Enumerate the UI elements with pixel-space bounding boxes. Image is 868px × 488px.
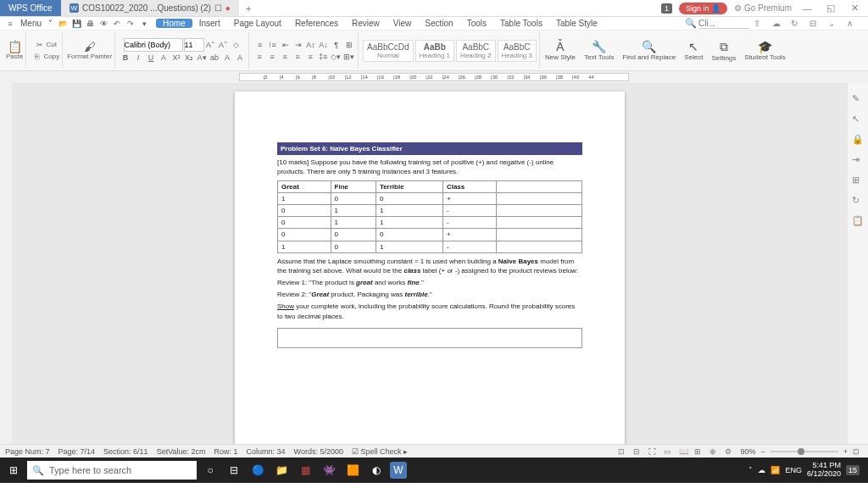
bullets-button[interactable]: ≡ bbox=[254, 39, 266, 51]
select-button[interactable]: ↖Select bbox=[681, 38, 706, 63]
shading-button[interactable]: ◇▾ bbox=[330, 51, 342, 63]
status-pagenum[interactable]: Page Num: 7 bbox=[5, 447, 50, 456]
features-icon[interactable]: ⊞ bbox=[852, 175, 864, 186]
select-tool-icon[interactable]: ↖ bbox=[852, 114, 864, 125]
tab-references[interactable]: References bbox=[288, 19, 345, 28]
view-outline-icon[interactable]: ▭ bbox=[664, 447, 674, 456]
cut-button[interactable]: ✂ bbox=[34, 39, 46, 51]
explorer-icon[interactable]: 📁 bbox=[271, 460, 292, 480]
grow-font-button[interactable]: A˄ bbox=[205, 39, 217, 51]
maximize-button[interactable]: ◱ bbox=[822, 3, 839, 14]
document-page[interactable]: Problem Set 6: Naïve Bayes Classifier [1… bbox=[235, 92, 625, 444]
view-read-icon[interactable]: 📖 bbox=[679, 447, 689, 456]
fit-icon[interactable]: ⊡ bbox=[853, 447, 863, 456]
tray-wifi-icon[interactable]: 📶 bbox=[771, 466, 780, 474]
tray-notifications-icon[interactable]: 15 bbox=[846, 465, 860, 475]
settings-button[interactable]: ⧉Settings bbox=[708, 38, 739, 64]
text-direction-button[interactable]: A↕ bbox=[305, 39, 317, 51]
table-row[interactable]: 011- bbox=[278, 204, 582, 216]
underline-button[interactable]: U bbox=[145, 52, 157, 64]
shrink-font-button[interactable]: A˅ bbox=[218, 39, 230, 51]
find-replace-button[interactable]: 🔍Find and Replace bbox=[619, 38, 679, 63]
save-icon[interactable]: 💾 bbox=[70, 18, 82, 30]
training-table[interactable]: Great Fine Terrible Class 100+ 011- 011-… bbox=[277, 180, 582, 253]
style-heading3[interactable]: AaBbCHeading 3 bbox=[498, 40, 537, 62]
ruler[interactable]: |2|4|6|8|10|12|14|16|18|20|22|24|26|28|3… bbox=[0, 71, 868, 83]
tab-insert[interactable]: Insert bbox=[192, 19, 227, 28]
collapse-chevron-icon[interactable]: ⌄ bbox=[828, 19, 840, 28]
close-button[interactable]: ✕ bbox=[846, 3, 863, 14]
text-effects-button[interactable]: A bbox=[221, 52, 233, 64]
view-web-icon[interactable]: ⊟ bbox=[633, 447, 643, 456]
view-settings-icon[interactable]: ⚙ bbox=[725, 447, 735, 456]
history-icon[interactable]: ↻ bbox=[791, 19, 803, 28]
app2-icon[interactable]: 🟧 bbox=[342, 460, 363, 480]
tab-page-layout[interactable]: Page Layout bbox=[227, 19, 288, 28]
status-row[interactable]: Row: 1 bbox=[214, 447, 238, 456]
status-section[interactable]: Section: 6/11 bbox=[103, 447, 148, 456]
status-words[interactable]: Words: 5/2000 bbox=[294, 447, 343, 456]
tab-tools[interactable]: Tools bbox=[460, 19, 493, 28]
undo-icon[interactable]: ↶ bbox=[111, 18, 123, 30]
vertical-ruler[interactable] bbox=[0, 83, 12, 444]
zoom-slider[interactable] bbox=[771, 451, 838, 452]
tab-table-tools[interactable]: Table Tools bbox=[493, 19, 549, 28]
lock-icon[interactable]: 🔒 bbox=[852, 134, 864, 146]
open-icon[interactable]: 📂 bbox=[57, 18, 69, 30]
cloud-icon[interactable]: ☁ bbox=[772, 19, 784, 28]
zoom-value[interactable]: 90% bbox=[740, 447, 755, 456]
qat-dropdown-icon[interactable]: ▾ bbox=[138, 18, 150, 30]
premium-link[interactable]: ⚙ Go Premium bbox=[734, 3, 792, 13]
cortana-icon[interactable]: ○ bbox=[200, 460, 220, 480]
document-tab[interactable]: W COS10022_2020 ...Questions) (2) ☐ ● bbox=[61, 0, 239, 16]
discord-icon[interactable]: 👾 bbox=[319, 460, 339, 480]
copy-button[interactable]: ⎘ bbox=[31, 51, 42, 63]
start-button[interactable]: ⊞ bbox=[3, 460, 24, 480]
app1-icon[interactable]: ▦ bbox=[295, 460, 315, 480]
numbering-button[interactable]: ⁝≡ bbox=[267, 39, 279, 51]
tab-section[interactable]: Section bbox=[418, 19, 459, 28]
share-icon[interactable]: ⇪ bbox=[754, 19, 765, 28]
strike-button[interactable]: X² bbox=[170, 52, 182, 64]
italic-button[interactable]: I bbox=[132, 52, 144, 64]
style-normal[interactable]: AaBbCcDdNormal bbox=[363, 40, 413, 62]
taskview-icon[interactable]: ⊟ bbox=[224, 460, 244, 480]
clipboard-icon[interactable]: 📋 bbox=[852, 215, 864, 227]
align-center-button[interactable]: ≡ bbox=[266, 51, 278, 63]
show-marks-button[interactable]: ¶ bbox=[331, 39, 342, 51]
view-print-icon[interactable]: ⊡ bbox=[618, 447, 628, 456]
style-heading2[interactable]: AaBbCHeading 2 bbox=[456, 40, 495, 62]
tray-lang[interactable]: ENG bbox=[785, 466, 802, 474]
tab-menu-icon[interactable]: ☐ bbox=[214, 3, 222, 14]
zoom-in-button[interactable]: + bbox=[843, 447, 848, 456]
notification-badge[interactable]: 1 bbox=[661, 3, 672, 14]
table-row[interactable]: 101- bbox=[278, 241, 582, 252]
borders-button[interactable]: ⊞▾ bbox=[342, 51, 355, 63]
tab-close-icon[interactable]: ● bbox=[225, 3, 231, 14]
redo-icon[interactable]: ↷ bbox=[125, 18, 136, 30]
line-spacing-button[interactable]: ‡≡ bbox=[317, 51, 329, 63]
sub-button[interactable]: X₂ bbox=[183, 52, 195, 64]
preview-icon[interactable]: 👁 bbox=[97, 18, 109, 30]
format-painter-button[interactable]: 🖌 bbox=[83, 41, 97, 53]
paste-button[interactable]: 📋 bbox=[7, 41, 23, 53]
tab-table-style[interactable]: Table Style bbox=[549, 19, 604, 28]
align-left-button[interactable]: ≡ bbox=[253, 51, 265, 63]
add-tab-button[interactable]: + bbox=[239, 3, 258, 14]
table-row[interactable]: 000+ bbox=[278, 229, 582, 241]
decrease-indent-button[interactable]: ⇤ bbox=[280, 39, 292, 51]
clear-format-button[interactable]: ◇ bbox=[231, 39, 242, 51]
print-icon[interactable]: 🖶 bbox=[84, 18, 96, 30]
tab-home[interactable]: Home bbox=[156, 19, 192, 28]
size-select[interactable] bbox=[184, 38, 204, 52]
view-fullscreen-icon[interactable]: ⛶ bbox=[648, 447, 659, 456]
new-style-button[interactable]: ǍNew Style bbox=[542, 38, 579, 63]
minimize-button[interactable]: — bbox=[798, 3, 815, 14]
app-tab[interactable]: WPS Office bbox=[0, 0, 61, 16]
table-button[interactable]: ⊞ bbox=[343, 39, 355, 51]
collapse-ribbon-icon[interactable]: ∧ bbox=[847, 19, 859, 28]
text-tools-button[interactable]: 🔧Text Tools bbox=[581, 38, 617, 63]
bold-button[interactable]: B bbox=[120, 52, 131, 64]
menu-chevron-icon[interactable]: ˅ bbox=[45, 19, 56, 28]
status-column[interactable]: Column: 34 bbox=[247, 447, 286, 456]
